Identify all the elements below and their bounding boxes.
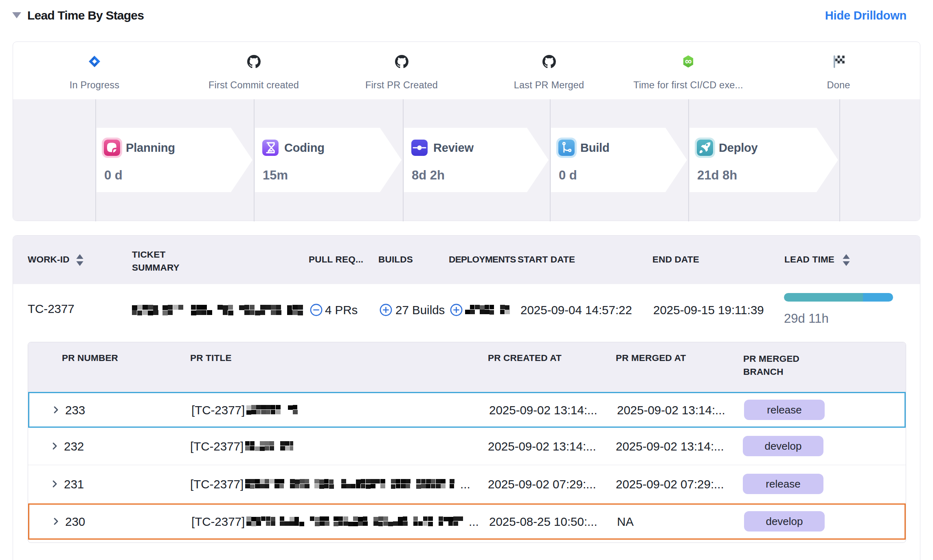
svg-text:∞: ∞ bbox=[685, 56, 692, 66]
